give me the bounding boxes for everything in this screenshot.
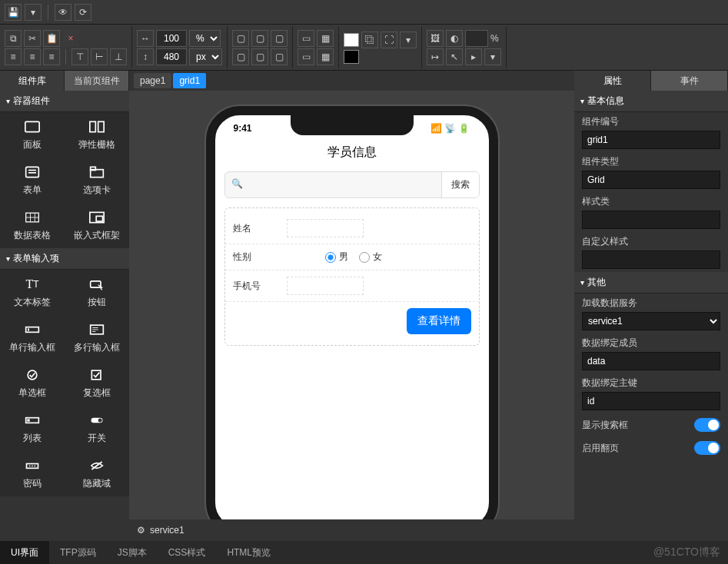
right-panel: 属性 事件 基本信息 组件编号 组件类型 样式类 自定义样式 其他 加载数据服务… xyxy=(574,71,728,541)
btab-tfp[interactable]: TFP源码 xyxy=(49,541,107,564)
comp-textinput[interactable]: 单行输入框 xyxy=(0,315,65,360)
width-input[interactable] xyxy=(156,48,187,65)
border4-icon[interactable]: ▦ xyxy=(317,48,334,65)
comp-tabs[interactable]: 选项卡 xyxy=(65,158,129,203)
comp-radio[interactable]: 单选框 xyxy=(0,360,65,406)
canvas[interactable]: 9:41 📶 📡 🔋 学员信息 🔍 搜索 姓名 xyxy=(129,91,574,519)
cut-icon[interactable]: ✂ xyxy=(24,30,41,47)
box6-icon[interactable]: ▢ xyxy=(271,48,288,65)
comp-button[interactable]: 按钮 xyxy=(65,270,129,315)
input-bindkey[interactable] xyxy=(582,392,720,410)
height-icon[interactable]: ↕ xyxy=(137,48,154,65)
comp-password[interactable]: 密码 xyxy=(0,451,65,496)
save-dropdown-icon[interactable]: ▾ xyxy=(25,4,42,21)
search-button[interactable]: 搜索 xyxy=(441,172,479,197)
input-styleclass[interactable] xyxy=(582,211,720,229)
zoom-unit[interactable]: % xyxy=(189,30,221,47)
name-input[interactable] xyxy=(287,219,364,237)
tab-properties[interactable]: 属性 xyxy=(574,71,651,91)
btab-css[interactable]: CSS样式 xyxy=(158,541,217,564)
label-type: 组件类型 xyxy=(582,155,720,168)
align-right-icon[interactable]: ≡ xyxy=(43,48,60,65)
comp-label[interactable]: TT文本标签 xyxy=(0,270,65,315)
comp-panel[interactable]: 面板 xyxy=(0,112,65,158)
toggle-showsearch[interactable] xyxy=(694,418,720,432)
align-bottom-icon[interactable]: ⊥ xyxy=(110,48,127,65)
pointer2-icon[interactable]: ▸ xyxy=(465,48,482,65)
form-card[interactable]: 姓名 性别 男 女 手机号 xyxy=(224,207,480,346)
btab-html[interactable]: HTML预览 xyxy=(216,541,281,564)
image-icon[interactable]: 🖼 xyxy=(427,30,444,47)
phone-input[interactable] xyxy=(287,277,364,295)
crop-icon[interactable]: ⿻ xyxy=(361,32,378,48)
fg-color[interactable] xyxy=(344,33,359,47)
align-center-icon[interactable]: ≡ xyxy=(24,48,41,65)
comp-flexgrid[interactable]: 弹性栅格 xyxy=(65,112,129,158)
crumb-page1[interactable]: page1 xyxy=(134,73,171,88)
tab-component-lib[interactable]: 组件库 xyxy=(0,71,65,91)
panel-icon xyxy=(22,118,43,135)
search-input[interactable] xyxy=(249,172,441,197)
width-unit[interactable]: px xyxy=(189,48,222,65)
delete-icon[interactable]: × xyxy=(62,30,79,47)
breadcrumb: page1 grid1 xyxy=(129,71,574,91)
comp-textarea[interactable]: 多行输入框 xyxy=(65,315,129,360)
border1-icon[interactable]: ▭ xyxy=(298,30,314,47)
tab-current-page[interactable]: 当前页组件 xyxy=(65,71,129,91)
pointer-icon[interactable]: ↖ xyxy=(446,48,463,65)
comp-iframe[interactable]: 嵌入式框架 xyxy=(65,203,129,248)
align-middle-icon[interactable]: ⊢ xyxy=(91,48,108,65)
comp-hidden[interactable]: 隐藏域 xyxy=(65,451,129,496)
refresh-icon[interactable]: ⟳ xyxy=(75,4,91,21)
radio-male[interactable] xyxy=(325,252,336,263)
box3-icon[interactable]: ▢ xyxy=(271,30,288,47)
svg-rect-24 xyxy=(27,419,29,421)
section-container[interactable]: 容器组件 xyxy=(0,91,129,112)
input-bindmember[interactable] xyxy=(582,352,720,370)
box5-icon[interactable]: ▢ xyxy=(251,48,268,65)
comp-switch[interactable]: 开关 xyxy=(65,406,129,451)
service-name[interactable]: service1 xyxy=(150,525,184,536)
comp-checkbox[interactable]: 复选框 xyxy=(65,360,129,406)
section-other[interactable]: 其他 xyxy=(574,272,728,294)
detail-button[interactable]: 查看详情 xyxy=(407,308,471,334)
copy-icon[interactable]: ⧉ xyxy=(5,30,22,47)
comp-datagrid[interactable]: 数据表格 xyxy=(0,203,65,248)
box1-icon[interactable]: ▢ xyxy=(232,30,249,47)
paste-icon[interactable]: 📋 xyxy=(43,30,60,47)
width-icon[interactable]: ↔ xyxy=(137,30,154,47)
toggle-paging[interactable] xyxy=(694,441,720,455)
svg-rect-0 xyxy=(25,121,39,131)
comp-form[interactable]: 表单 xyxy=(0,158,65,203)
contrast-icon[interactable]: ◐ xyxy=(446,30,463,47)
pct-input[interactable] xyxy=(465,30,488,47)
radio-female[interactable] xyxy=(359,252,370,263)
box4-icon[interactable]: ▢ xyxy=(232,48,249,65)
align-top-icon[interactable]: ⊤ xyxy=(71,48,88,65)
input-id[interactable] xyxy=(582,131,720,149)
border3-icon[interactable]: ▭ xyxy=(298,48,314,65)
preview-icon[interactable]: 👁 xyxy=(55,4,71,21)
comp-list[interactable]: 列表 xyxy=(0,406,65,451)
btab-js[interactable]: JS脚本 xyxy=(107,541,158,564)
section-basic[interactable]: 基本信息 xyxy=(574,91,728,112)
tab-events[interactable]: 事件 xyxy=(651,71,728,91)
input-customstyle[interactable] xyxy=(582,250,720,269)
save-icon[interactable]: 💾 xyxy=(5,4,22,21)
section-form-input[interactable]: 表单输入项 xyxy=(0,248,129,270)
crumb-grid1[interactable]: grid1 xyxy=(173,73,206,88)
move-icon[interactable]: ↦ xyxy=(427,48,444,65)
drop-icon[interactable]: ▾ xyxy=(484,48,501,65)
box2-icon[interactable]: ▢ xyxy=(251,30,268,47)
field-gender: 性别 男 女 xyxy=(225,244,479,270)
svg-point-30 xyxy=(35,466,36,467)
dropdown-icon[interactable]: ▾ xyxy=(400,32,417,48)
bg-color[interactable] xyxy=(344,50,359,64)
select-loadservice[interactable]: service1 xyxy=(582,312,720,330)
zoom-input[interactable] xyxy=(156,30,187,47)
align-left-icon[interactable]: ≡ xyxy=(5,48,22,65)
select-icon[interactable]: ⛶ xyxy=(381,32,397,48)
border2-icon[interactable]: ▦ xyxy=(317,30,334,47)
input-type[interactable] xyxy=(582,171,720,189)
btab-ui[interactable]: UI界面 xyxy=(0,541,49,564)
